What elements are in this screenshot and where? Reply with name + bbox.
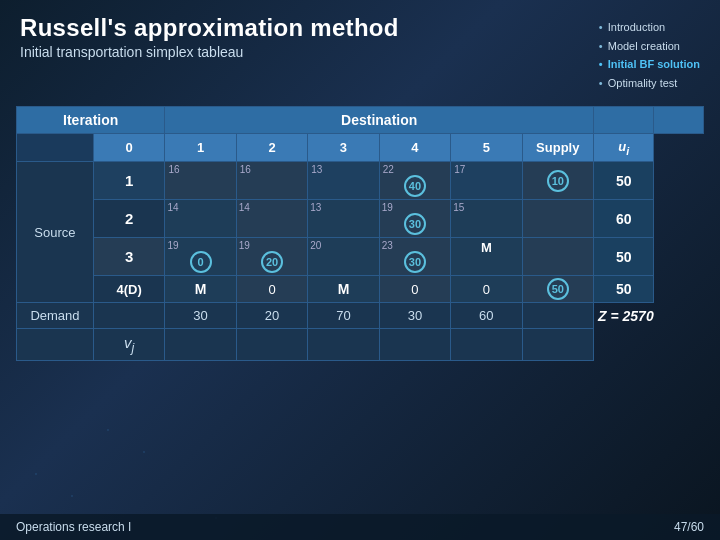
cell-r1-c2: 16 <box>236 162 307 200</box>
cell-r2-c4: 19 30 <box>379 200 450 238</box>
row3-label: 3 <box>93 238 164 276</box>
cell-r4-c6: 50 <box>522 276 593 303</box>
ui-r1 <box>654 162 704 200</box>
sh-supply: Supply <box>522 133 593 162</box>
z-value: Z = 2570 <box>594 303 654 329</box>
th-destination-2: Destination <box>165 106 594 133</box>
cell-r1-c5: 17 <box>451 162 522 200</box>
vj-ui <box>594 329 654 361</box>
sh-col4: 4 <box>379 133 450 162</box>
cell-r3-c3: 20 <box>308 238 379 276</box>
simplex-table-main: Iteration Destination 0 1 2 3 4 5 Supply… <box>16 106 704 362</box>
footer: Operations research I 47/60 <box>0 514 720 540</box>
vj-row: vj <box>17 329 704 361</box>
ui-r4 <box>654 276 704 303</box>
demand-row: Demand 30 20 70 30 60 Z = 2570 <box>17 303 704 329</box>
footer-right: 47/60 <box>674 520 704 534</box>
main-table-container: Iteration Destination ui 0 1 2 3 4 5 Sup… <box>16 106 704 362</box>
sh-col5: 5 <box>451 133 522 162</box>
th-empty-1 <box>594 106 654 133</box>
source-label: Source <box>17 162 94 303</box>
vj-2 <box>236 329 307 361</box>
th-empty-2 <box>654 106 704 133</box>
cell-r3-c1: 19 0 <box>165 238 236 276</box>
sh-blank <box>17 133 94 162</box>
cell-r2-c6 <box>522 200 593 238</box>
cell-r4-c4: 0 <box>379 276 450 303</box>
nav-bullets: Introduction Model creation Initial BF s… <box>599 18 700 93</box>
sh-col0: 0 <box>93 133 164 162</box>
cell-r2-c1: 14 <box>165 200 236 238</box>
data-row-4d: 4(D) M 0 M 0 0 50 50 <box>17 276 704 303</box>
vj-supply <box>522 329 593 361</box>
cell-r3-c6 <box>522 238 593 276</box>
data-row-2: 2 14 14 13 19 30 <box>17 200 704 238</box>
subheader-2: 0 1 2 3 4 5 Supply ui <box>17 133 704 162</box>
vj-5 <box>451 329 522 361</box>
header-row-2: Iteration Destination <box>17 106 704 133</box>
data-row-3: 3 19 0 19 20 20 <box>17 238 704 276</box>
cell-r2-c3: 13 <box>308 200 379 238</box>
cell-r1-c1: 16 <box>165 162 236 200</box>
sh-col3: 3 <box>308 133 379 162</box>
cell-r1-c3: 13 <box>308 162 379 200</box>
cell-r4-c1: M <box>165 276 236 303</box>
row4-label: 4(D) <box>93 276 164 303</box>
cell-r2-c2: 14 <box>236 200 307 238</box>
demand-3: 70 <box>308 303 379 329</box>
header: Russell's approximation method Initial t… <box>0 0 720 99</box>
cell-r4-c5: 0 <box>451 276 522 303</box>
data-row-1: Source 1 16 16 13 <box>17 162 704 200</box>
th-iteration-2: Iteration <box>17 106 165 133</box>
supply-r3: 50 <box>594 238 654 276</box>
cell-r2-c5: 15 <box>451 200 522 238</box>
cell-r3-c2: 19 20 <box>236 238 307 276</box>
footer-left: Operations research I <box>16 520 131 534</box>
ui-r2 <box>654 200 704 238</box>
supply-r2: 60 <box>594 200 654 238</box>
cell-r1-c6: 10 <box>522 162 593 200</box>
demand-supply-blank <box>522 303 593 329</box>
bullet-introduction: Introduction <box>599 18 700 37</box>
page-subtitle: Initial transportation simplex tableau <box>20 44 399 60</box>
demand-5: 60 <box>451 303 522 329</box>
vj-symbol: vj <box>93 329 164 361</box>
vj-4 <box>379 329 450 361</box>
title-block: Russell's approximation method Initial t… <box>20 14 399 60</box>
sh-ui: ui <box>594 133 654 162</box>
vj-3 <box>308 329 379 361</box>
bullet-initial-bf: Initial BF solution <box>599 55 700 74</box>
demand-label: Demand <box>17 303 94 329</box>
demand-2: 20 <box>236 303 307 329</box>
cell-r3-c5: M <box>451 238 522 276</box>
cell-r3-c4: 23 30 <box>379 238 450 276</box>
bullet-model-creation: Model creation <box>599 37 700 56</box>
sh-col1: 1 <box>165 133 236 162</box>
cell-r4-c3: M <box>308 276 379 303</box>
cell-r1-c4: 22 40 <box>379 162 450 200</box>
sh-col2: 2 <box>236 133 307 162</box>
supply-r4: 50 <box>594 276 654 303</box>
row2-label: 2 <box>93 200 164 238</box>
vj-label <box>17 329 94 361</box>
ui-r3 <box>654 238 704 276</box>
cell-r4-c2: 0 <box>236 276 307 303</box>
supply-r1: 50 <box>594 162 654 200</box>
row1-label: 1 <box>93 162 164 200</box>
page-title: Russell's approximation method <box>20 14 399 42</box>
vj-1 <box>165 329 236 361</box>
demand-1: 30 <box>165 303 236 329</box>
demand-4: 30 <box>379 303 450 329</box>
bullet-optimality: Optimality test <box>599 74 700 93</box>
demand-blank <box>93 303 164 329</box>
